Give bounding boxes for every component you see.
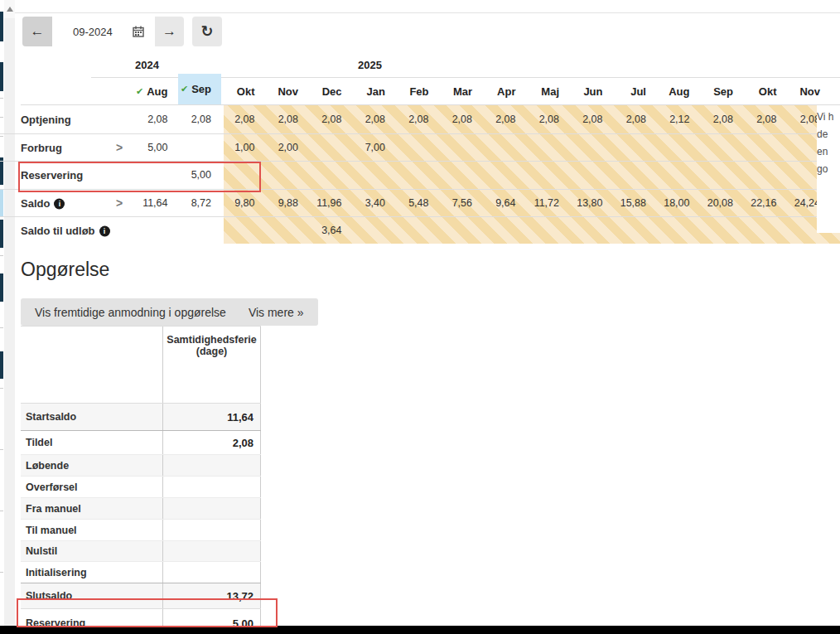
left-edge-fragment	[0, 351, 3, 379]
matrix-value: 3,64	[308, 216, 352, 244]
month-header-jul: Jul	[613, 79, 657, 104]
info-icon[interactable]: i	[99, 225, 110, 236]
matrix-value: 20,08	[700, 189, 744, 216]
reservering-highlight-box	[18, 162, 261, 192]
reservering-highlight-box-2	[17, 598, 278, 627]
matrix-value: 1,00	[221, 133, 265, 161]
vertical-scrollbar[interactable]	[4, 0, 15, 634]
month-label: Dec	[322, 85, 342, 98]
month-label: Apr	[497, 85, 515, 98]
matrix-value: 5,48	[395, 189, 439, 216]
matrix-value: 15,88	[613, 189, 657, 216]
matrix-value: 8,72	[178, 189, 222, 216]
statement-row-overførsel: Overførsel	[21, 476, 261, 497]
month-header-maj: Maj	[526, 79, 570, 104]
statement-row-label: Overførsel	[21, 477, 162, 497]
statement-row-label: Startsaldo	[21, 404, 162, 430]
statement-header-spacer	[21, 327, 162, 403]
matrix-value: 9,88	[265, 189, 309, 216]
matrix-row-saldo: Saldoi>11,648,729,809,8811,963,405,487,5…	[0, 189, 840, 217]
statement-row-value	[162, 498, 261, 519]
calendar-icon[interactable]	[133, 26, 144, 37]
month-label: Jul	[630, 85, 646, 98]
month-label: Okt	[237, 85, 255, 98]
matrix-value: 2,08	[265, 105, 309, 133]
matrix-value: 2,08	[439, 105, 483, 133]
month-input[interactable]: 09-2024	[52, 17, 155, 46]
matrix-value: 2,08	[221, 105, 265, 133]
left-edge-line	[0, 511, 3, 511]
statement-row-value	[162, 477, 261, 497]
statement-row-løbende: Løbende	[21, 454, 261, 476]
matrix-value: 2,08	[482, 105, 526, 133]
statement-row-nulstil: Nulstil	[21, 540, 261, 561]
approved-check-icon: ✔	[181, 84, 188, 94]
info-icon[interactable]: i	[54, 198, 65, 209]
month-header-okt-next: Okt	[743, 79, 787, 104]
side-note-line: en	[817, 143, 840, 161]
expand-row-chevron-icon[interactable]: >	[116, 196, 123, 210]
matrix-row-saldo-til-udløb: Saldo til udløbi3,64	[0, 216, 840, 244]
matrix-value: 2,08	[352, 105, 396, 133]
matrix-value: 13,80	[569, 189, 613, 216]
month-header-sep-next: Sep	[700, 79, 744, 104]
previous-month-button[interactable]: ←	[22, 17, 52, 46]
row-label: Optjening	[21, 114, 71, 126]
matrix-value: 2,08	[700, 105, 744, 133]
left-edge-line	[0, 327, 3, 328]
statement-row-startsaldo: Startsaldo11,64	[21, 403, 261, 430]
side-note: Vi hdeengo	[817, 105, 840, 233]
scroll-up-button[interactable]	[4, 0, 15, 18]
left-edge-line	[0, 98, 3, 99]
statement-row-til-manuel: Til manuel	[21, 519, 261, 540]
left-edge-fragment	[0, 12, 3, 41]
statement-table: Samtidighedsferie (dage) Startsaldo11,64…	[21, 326, 261, 634]
statement-row-label: Fra manuel	[21, 498, 162, 519]
next-month-button[interactable]: →	[155, 17, 184, 46]
show-more-button[interactable]: Vis mere »	[249, 306, 304, 319]
matrix-value: 2,08	[134, 105, 178, 133]
matrix-value: 2,08	[308, 105, 352, 133]
month-header-jun: Jun	[569, 79, 613, 104]
statement-row-fra-manuel: Fra manuel	[21, 497, 261, 519]
matrix-value: 2,08	[569, 105, 613, 133]
left-edge-line	[0, 572, 3, 573]
panel-top-border	[15, 12, 840, 13]
matrix-value: 9,80	[221, 189, 265, 216]
month-label: Sep	[191, 83, 211, 95]
expand-row-chevron-icon[interactable]: >	[116, 141, 123, 154]
month-label: Jun	[583, 85, 602, 98]
month-header-jan: Jan	[352, 79, 396, 104]
year-label-2024: 2024	[135, 59, 159, 71]
matrix-value: 11,64	[134, 189, 178, 216]
month-header-aug: ✔Aug	[134, 79, 178, 104]
month-label: Aug	[147, 85, 167, 98]
show-future-requests-button[interactable]: Vis fremtidige anmodning i opgørelse	[35, 306, 226, 319]
statement-heading: Opgørelse	[21, 259, 109, 281]
matrix-value: 2,08	[178, 105, 222, 133]
statement-header-row: Samtidighedsferie (dage)	[21, 326, 261, 403]
row-label: Forbrug	[21, 141, 62, 153]
refresh-button[interactable]: ↻	[192, 17, 222, 46]
matrix-value: 2,08	[395, 105, 439, 133]
matrix-value: 11,96	[308, 189, 352, 216]
side-note-line: go	[817, 161, 840, 178]
statement-row-label: Nulstil	[21, 541, 162, 561]
approved-check-icon: ✔	[136, 86, 143, 97]
matrix-value: 18,00	[656, 189, 700, 216]
month-header-okt: Okt	[221, 79, 265, 104]
matrix-row-forbrug: Forbrug>5,001,002,007,00	[0, 133, 840, 162]
matrix-value: 22,16	[743, 189, 787, 216]
month-input-value: 09-2024	[73, 26, 113, 38]
scroll-up-arrow-icon	[7, 7, 13, 12]
month-label: Maj	[541, 85, 559, 98]
left-edge-line	[0, 255, 3, 256]
month-label: Sep	[713, 85, 733, 98]
matrix-value: 2,08	[613, 105, 657, 133]
matrix-value: 2,00	[265, 133, 309, 161]
month-label: Okt	[759, 85, 777, 98]
month-header-nov-next: Nov	[787, 79, 831, 104]
month-header-apr: Apr	[482, 79, 526, 104]
statement-column-header: Samtidighedsferie (dage)	[162, 327, 261, 403]
year-label-2025: 2025	[358, 59, 382, 71]
